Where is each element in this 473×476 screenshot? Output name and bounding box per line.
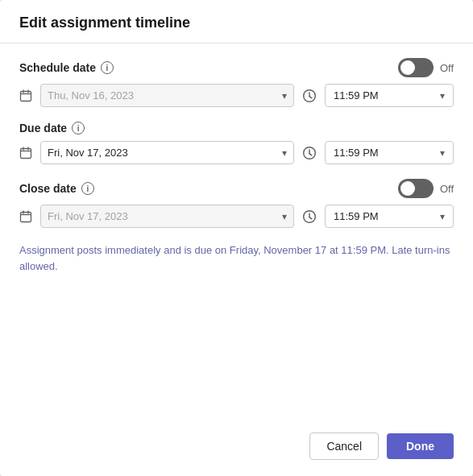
close-date-toggle[interactable] (398, 179, 434, 198)
svg-rect-14 (21, 213, 31, 222)
due-time-value: 11:59 PM (334, 147, 432, 159)
edit-assignment-timeline-dialog: Edit assignment timeline Schedule date i… (0, 0, 473, 476)
schedule-time-field[interactable]: 11:59 PM ▾ (325, 84, 454, 107)
schedule-date-label: Schedule date (19, 61, 96, 74)
due-date-chevron-icon: ▾ (282, 147, 287, 159)
svg-rect-0 (21, 92, 31, 101)
svg-line-20 (309, 217, 312, 219)
schedule-date-field[interactable]: Thu, Nov 16, 2023 ▾ (40, 84, 294, 107)
schedule-date-label-group: Schedule date i (19, 61, 114, 74)
due-date-info-icon[interactable]: i (72, 122, 85, 135)
schedule-date-info-icon[interactable]: i (101, 61, 114, 74)
close-date-value: Fri, Nov 17, 2023 (48, 210, 276, 222)
due-time-chevron-icon: ▾ (440, 147, 445, 159)
schedule-date-toggle-label: Off (440, 62, 454, 74)
close-date-field[interactable]: Fri, Nov 17, 2023 ▾ (40, 205, 294, 228)
schedule-date-toggle[interactable] (398, 58, 434, 77)
svg-rect-7 (21, 149, 31, 159)
svg-line-6 (309, 97, 312, 98)
close-date-label-group: Close date i (19, 182, 94, 195)
schedule-date-calendar-icon (19, 89, 32, 103)
due-date-label-row: Due date i (19, 122, 454, 135)
schedule-date-chevron-icon: ▾ (282, 90, 287, 101)
schedule-time-clock-icon (302, 87, 317, 104)
close-date-label-row: Close date i Off (19, 179, 454, 198)
close-date-toggle-label: Off (440, 183, 454, 195)
schedule-date-label-row: Schedule date i Off (19, 58, 454, 77)
close-time-field[interactable]: 11:59 PM ▾ (325, 205, 454, 228)
dialog-title: Edit assignment timeline (19, 14, 190, 31)
svg-line-13 (309, 154, 312, 155)
due-date-time-row: Fri, Nov 17, 2023 ▾ 11:59 PM ▾ (19, 141, 454, 164)
dialog-header: Edit assignment timeline (0, 0, 473, 43)
close-date-toggle-group: Off (398, 179, 454, 198)
close-date-toggle-knob (400, 181, 415, 196)
close-date-calendar-icon (19, 209, 32, 224)
due-time-field[interactable]: 11:59 PM ▾ (325, 141, 454, 164)
due-date-value: Fri, Nov 17, 2023 (48, 147, 276, 159)
close-date-time-row: Fri, Nov 17, 2023 ▾ 11:59 PM ▾ (19, 205, 454, 228)
schedule-date-toggle-knob (400, 60, 415, 75)
dialog-body: Schedule date i Off Thu, (0, 43, 473, 420)
close-time-clock-icon (302, 208, 317, 225)
due-date-label-group: Due date i (19, 122, 85, 135)
dialog-footer: Cancel Done (0, 420, 473, 476)
close-date-chevron-icon: ▾ (282, 211, 287, 222)
cancel-button[interactable]: Cancel (309, 433, 379, 460)
info-message: Assignment posts immediately and is due … (19, 242, 454, 274)
done-button[interactable]: Done (387, 433, 454, 459)
schedule-time-chevron-icon: ▾ (440, 90, 445, 101)
due-date-calendar-icon (19, 146, 32, 160)
due-date-field[interactable]: Fri, Nov 17, 2023 ▾ (40, 141, 294, 164)
due-date-label: Due date (19, 122, 67, 135)
close-time-chevron-icon: ▾ (440, 211, 445, 222)
close-date-label: Close date (19, 182, 77, 195)
close-date-info-icon[interactable]: i (81, 182, 94, 195)
schedule-date-time-row: Thu, Nov 16, 2023 ▾ 11:59 PM ▾ (19, 84, 454, 107)
due-time-clock-icon (302, 144, 317, 161)
schedule-date-toggle-group: Off (398, 58, 454, 77)
schedule-date-value: Thu, Nov 16, 2023 (48, 89, 276, 101)
schedule-time-value: 11:59 PM (334, 89, 432, 101)
close-time-value: 11:59 PM (334, 210, 432, 222)
